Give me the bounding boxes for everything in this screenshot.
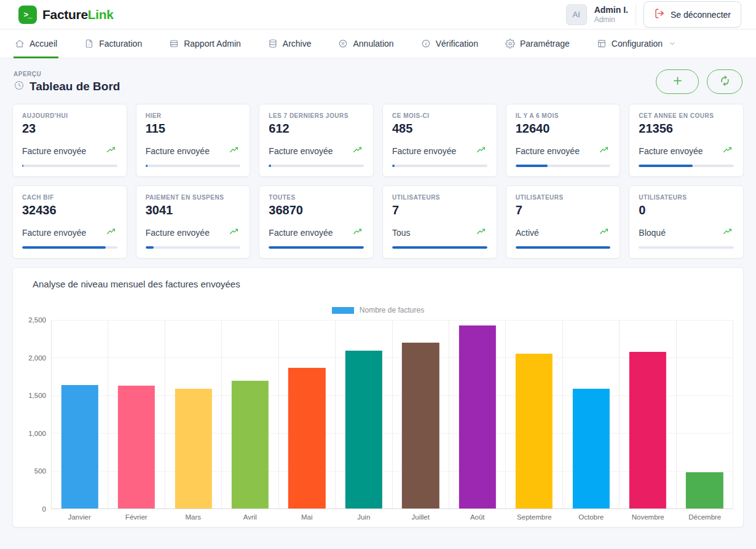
nav-label: Paramétrage [520, 39, 570, 49]
plus-icon [671, 74, 684, 89]
trend-up-icon [227, 146, 240, 157]
nav-item-param-trage[interactable]: Paramétrage [504, 29, 571, 58]
stat-caption: Bloqué [639, 228, 666, 238]
app-name: FactureLink [42, 7, 114, 22]
x-axis-label: Juillet [392, 513, 449, 521]
stat-card: PAIEMENT EN SUSPENS3041Facture envoyée [136, 185, 251, 259]
x-axis-label: Décembre [677, 513, 734, 521]
chart-title: Analyse de niveau mensuel des factures e… [23, 279, 733, 289]
trend-up-icon [597, 227, 610, 238]
y-axis-tick: 500 [23, 467, 46, 475]
nav-item-configuration[interactable]: Configuration [596, 29, 677, 58]
x-axis-label: Mai [278, 513, 336, 521]
page-head: APERÇU Tableau de Bord [14, 69, 742, 94]
stat-card: LES 7 DERNIERS JOURS612Facture envoyée [259, 104, 374, 177]
x-circle-icon [338, 39, 348, 49]
stat-card: UTILISATEURS0Bloqué [629, 185, 744, 259]
bar-juin[interactable] [345, 351, 382, 508]
bar-mars[interactable] [175, 389, 211, 508]
stat-value: 23 [22, 122, 117, 136]
y-axis-tick: 2,000 [23, 354, 46, 362]
nav-item-annulation[interactable]: Annulation [337, 29, 395, 58]
trend-up-icon [351, 146, 364, 157]
trend-up-icon [474, 146, 487, 157]
bar-novembre[interactable] [629, 352, 666, 508]
nav-item-v-rification[interactable]: Vérification [420, 29, 479, 58]
stat-progress-fill [269, 165, 271, 167]
stat-caption: Facture envoyée [146, 228, 210, 238]
nav-item-archive[interactable]: Archive [267, 29, 313, 58]
stat-value: 485 [392, 122, 487, 136]
logout-icon [654, 8, 665, 21]
stat-label: UTILISATEURS [516, 194, 611, 201]
stat-progress-bar [269, 165, 364, 167]
bar-février[interactable] [118, 386, 155, 508]
stat-caption: Facture envoyée [22, 228, 86, 238]
stat-label: UTILISATEURS [392, 194, 487, 201]
home-icon [15, 39, 25, 49]
bar-avril[interactable] [232, 381, 269, 508]
chart-plot [51, 320, 733, 509]
x-axis-label: Mars [165, 513, 222, 521]
x-axis-labels: JanvierFévrierMarsAvrilMaiJuinJuilletAoû… [51, 513, 733, 521]
x-axis-label: Février [108, 513, 165, 521]
x-axis-label: Novembre [620, 513, 677, 521]
info-circle-icon [421, 39, 431, 49]
x-axis-label: Janvier [51, 513, 108, 521]
stat-value: 21356 [639, 122, 734, 136]
stat-progress-bar [269, 246, 364, 249]
stat-progress-fill [392, 165, 395, 167]
bar-octobre[interactable] [572, 389, 609, 508]
nav-item-accueil[interactable]: Accueil [14, 29, 58, 58]
trend-up-icon [597, 146, 610, 157]
chart-column [165, 320, 222, 508]
user-name: Admin I. [594, 5, 628, 15]
chart-column [222, 320, 278, 508]
chart-legend[interactable]: Nombre de factures [23, 306, 733, 314]
stat-progress-bar [22, 246, 117, 249]
bar-décembre[interactable] [686, 472, 723, 508]
stat-value: 12640 [516, 122, 611, 136]
breadcrumb: APERÇU [14, 71, 120, 77]
stat-value: 612 [269, 122, 364, 136]
chart-column [108, 320, 165, 508]
trend-up-icon [474, 227, 487, 238]
nav-item-facturation[interactable]: Facturation [83, 29, 143, 58]
add-button[interactable] [656, 69, 699, 94]
stat-caption: Facture envoyée [516, 146, 580, 156]
bar-septembre[interactable] [516, 354, 553, 508]
x-axis-label: Octobre [563, 513, 620, 521]
trend-up-icon [721, 227, 734, 238]
stat-caption: Tous [392, 228, 411, 238]
stat-progress-fill [146, 165, 148, 167]
logout-button[interactable]: Se déconnecter [644, 1, 741, 28]
bar-mai[interactable] [288, 368, 325, 508]
stat-progress-bar [392, 165, 487, 167]
stat-progress-bar [639, 246, 734, 249]
refresh-button[interactable] [707, 69, 742, 94]
avatar: AI [566, 4, 587, 25]
stat-label: CACH BIF [22, 194, 117, 201]
chart-column [336, 320, 392, 508]
stat-card: UTILISATEURS7Tous [382, 185, 497, 259]
chart-column [620, 320, 676, 508]
nav-item-rapport-admin[interactable]: Rapport Admin [168, 29, 242, 58]
stat-label: CET ANNEE EN COURS [639, 112, 734, 119]
bar-août[interactable] [459, 325, 495, 508]
x-axis-label: Septembre [506, 513, 563, 521]
stat-progress-fill [639, 165, 693, 167]
stat-card: AUJOURD'HUI23Facture envoyée [12, 104, 127, 177]
chart-column [279, 320, 336, 508]
bar-janvier[interactable] [61, 385, 98, 508]
stat-progress-bar [146, 165, 241, 167]
stat-value: 36870 [269, 203, 364, 217]
stat-card: CACH BIF32436Facture envoyée [12, 185, 127, 259]
bar-juillet[interactable] [402, 343, 439, 508]
y-axis-tick: 2,500 [23, 316, 46, 324]
stats-grid: AUJOURD'HUI23Facture envoyéeHIER115Factu… [12, 104, 744, 259]
stat-progress-bar [639, 165, 734, 167]
stat-card: TOUTES36870Facture envoyée [259, 185, 374, 259]
nav-label: Vérification [436, 39, 478, 49]
stat-label: LES 7 DERNIERS JOURS [269, 112, 364, 119]
stat-progress-bar [22, 165, 117, 167]
